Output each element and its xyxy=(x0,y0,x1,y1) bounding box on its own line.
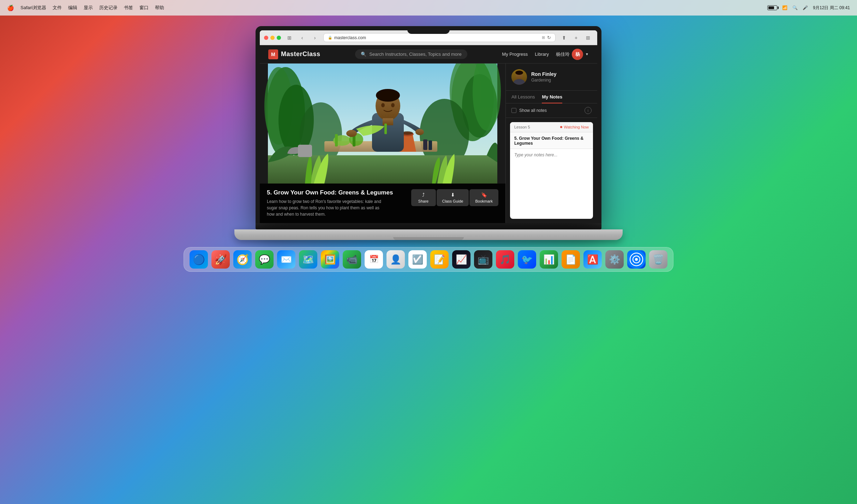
dock-item-mail[interactable]: ✉️ xyxy=(277,250,295,269)
instructor-subject: Gardening xyxy=(531,78,592,83)
battery-indicator xyxy=(767,5,777,10)
laptop-container: ⊞ ‹ › 🔒 masterclass.com ⊞ ↻ ⬆ + ⊞ xyxy=(184,26,673,504)
dock-item-reminders[interactable]: ☑️ xyxy=(408,250,427,269)
screen-notch xyxy=(407,26,450,34)
menubar: 🍎 Safari浏览器 文件 编辑 显示 历史记录 书签 窗口 帮助 📶 🔍 🎤… xyxy=(0,0,857,16)
menu-history[interactable]: 历史记录 xyxy=(99,5,118,11)
library-link[interactable]: Library xyxy=(535,52,549,57)
tab-all-lessons[interactable]: All Lessons xyxy=(511,91,535,103)
mc-main: 5. Grow Your Own Food: Greens & Legumes … xyxy=(260,64,597,223)
dock-item-system-settings[interactable]: ⚙️ xyxy=(605,250,624,269)
safari-controls: ⊞ ‹ › xyxy=(284,34,320,42)
svg-point-24 xyxy=(381,103,385,107)
bookmark-icon: 🔖 xyxy=(481,192,487,198)
tabs-overview-button[interactable]: ⊞ xyxy=(583,34,593,42)
mc-logo[interactable]: M MasterClass xyxy=(268,49,320,59)
video-title-area: 5. Grow Your Own Food: Greens & Legumes … xyxy=(267,189,411,217)
menu-help[interactable]: 帮助 xyxy=(155,5,164,11)
note-card-header: Lesson 5 Watching Now xyxy=(510,122,593,132)
dock-item-focus[interactable] xyxy=(627,250,646,269)
dock-item-contacts[interactable]: 👤 xyxy=(386,250,405,269)
screen-inner: ⊞ ‹ › 🔒 masterclass.com ⊞ ↻ ⬆ + ⊞ xyxy=(260,30,597,223)
menu-view[interactable]: 显示 xyxy=(84,5,93,11)
mc-nav: M MasterClass 🔍 Search Instructors, Clas… xyxy=(260,45,597,64)
note-input[interactable] xyxy=(510,149,593,198)
dock-item-stocks[interactable]: 📈 xyxy=(452,250,471,269)
user-avatar: 杨 xyxy=(572,49,583,60)
new-tab-button[interactable]: + xyxy=(571,34,581,42)
video-player[interactable] xyxy=(260,64,505,184)
minimize-button[interactable] xyxy=(270,36,275,40)
tab-my-notes[interactable]: My Notes xyxy=(542,91,562,103)
svg-rect-23 xyxy=(384,124,387,134)
show-all-notes-checkbox[interactable] xyxy=(511,108,516,113)
dock-item-finder[interactable]: 🔵 xyxy=(190,250,208,269)
dock-item-safari[interactable]: 🧭 xyxy=(233,250,252,269)
bookmark-button[interactable]: 🔖 Bookmark xyxy=(469,189,498,206)
sidebar-toggle-button[interactable]: ⊞ xyxy=(284,34,294,42)
dock-item-trash[interactable]: 🗑️ xyxy=(649,250,667,269)
dock-item-music[interactable]: 🎵 xyxy=(496,250,514,269)
dock-item-appletv[interactable]: 📺 xyxy=(474,250,492,269)
dock-item-twitterrific[interactable]: 🐦 xyxy=(518,250,536,269)
mc-nav-links: My Progress Library 杨佳玲 杨 ▼ xyxy=(502,49,589,60)
dock-item-numbers[interactable]: 📊 xyxy=(540,250,558,269)
laptop-screen: ⊞ ‹ › 🔒 masterclass.com ⊞ ↻ ⬆ + ⊞ xyxy=(256,26,601,223)
dock-item-maps[interactable]: 🗺️ xyxy=(299,250,317,269)
dock-item-launchpad[interactable]: 🚀 xyxy=(211,250,230,269)
back-button[interactable]: ‹ xyxy=(297,34,307,42)
laptop-base xyxy=(234,229,623,240)
mc-search-bar[interactable]: 🔍 Search Instructors, Classes, Topics an… xyxy=(355,49,467,59)
notes-toolbar: Show all notes i xyxy=(506,103,597,118)
traffic-lights xyxy=(264,36,281,40)
dock-item-facetime[interactable]: 📹 xyxy=(343,250,361,269)
share-action-button[interactable]: ⤴ Share xyxy=(411,189,436,206)
dock-item-pages[interactable]: 📄 xyxy=(562,250,580,269)
dock-item-notes[interactable]: 📝 xyxy=(430,250,449,269)
dock-item-messages[interactable]: 💬 xyxy=(255,250,274,269)
notes-info-button[interactable]: i xyxy=(585,107,592,114)
search-menubar-icon[interactable]: 🔍 xyxy=(792,5,798,10)
menu-file[interactable]: 文件 xyxy=(53,5,62,11)
svg-point-19 xyxy=(376,89,400,102)
class-guide-button[interactable]: ⬇ Class Guide xyxy=(437,189,469,206)
dropdown-chevron-icon: ▼ xyxy=(585,52,589,56)
fullscreen-button[interactable] xyxy=(277,36,281,40)
svg-point-37 xyxy=(635,258,638,261)
video-info-bar: 5. Grow Your Own Food: Greens & Legumes … xyxy=(260,184,505,223)
share-button[interactable]: ⬆ xyxy=(559,34,569,42)
note-card: Lesson 5 Watching Now 5. Grow Your Own F… xyxy=(510,122,593,219)
menu-edit[interactable]: 编辑 xyxy=(68,5,77,11)
laptop-bottom-bar xyxy=(256,223,601,229)
dock-item-calendar[interactable]: 📅 xyxy=(365,250,383,269)
dock: 🔵 🚀 🧭 💬 ✉️ 🗺️ 🖼️ 📹 📅 👤 ☑️ 📝 📈 📺 🎵 🐦 📊 📄 … xyxy=(184,247,673,272)
search-icon: 🔍 xyxy=(361,52,366,57)
apple-logo-icon[interactable]: 🍎 xyxy=(7,5,14,11)
close-button[interactable] xyxy=(264,36,268,40)
svg-point-25 xyxy=(391,103,395,107)
show-all-notes-toggle[interactable]: Show all notes xyxy=(511,108,547,113)
siri-icon[interactable]: 🎤 xyxy=(803,5,808,10)
user-name-display: 杨佳玲 xyxy=(556,51,570,58)
dock-item-photos[interactable]: 🖼️ xyxy=(321,250,339,269)
instructor-avatar xyxy=(511,69,527,85)
forward-button[interactable]: › xyxy=(310,34,320,42)
svg-rect-29 xyxy=(428,140,432,150)
share-icon: ⤴ xyxy=(422,192,425,198)
dock-item-appstore[interactable]: 🅰️ xyxy=(583,250,602,269)
menu-bookmarks[interactable]: 书签 xyxy=(124,5,133,11)
video-description: Learn how to grow two of Ron's favorite … xyxy=(267,198,387,217)
menu-window[interactable]: 窗口 xyxy=(139,5,149,11)
user-avatar-initials: 杨 xyxy=(575,51,580,58)
my-progress-link[interactable]: My Progress xyxy=(502,52,528,57)
panel-tabs: All Lessons My Notes xyxy=(506,91,597,103)
svg-rect-26 xyxy=(268,155,497,184)
share-label: Share xyxy=(418,199,428,203)
reload-button[interactable]: ↻ xyxy=(547,35,551,40)
user-menu[interactable]: 杨佳玲 杨 ▼ xyxy=(556,49,589,60)
class-guide-label: Class Guide xyxy=(442,199,463,203)
address-bar[interactable]: 🔒 masterclass.com ⊞ ↻ xyxy=(323,33,556,42)
menu-safari[interactable]: Safari浏览器 xyxy=(20,5,46,11)
reader-icon[interactable]: ⊞ xyxy=(542,35,545,40)
show-all-notes-label: Show all notes xyxy=(519,108,547,113)
